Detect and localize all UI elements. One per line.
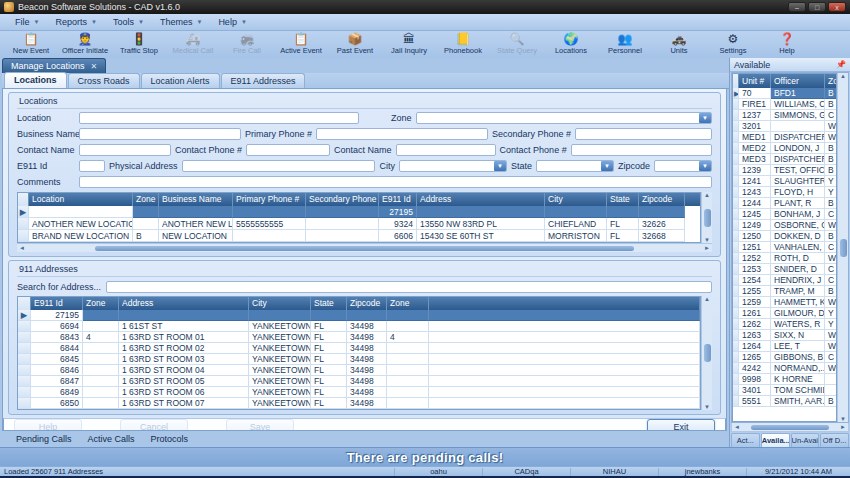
column-header[interactable]: Unit # [739, 74, 771, 88]
table-cell[interactable]: TOM SCHMIDT [771, 385, 825, 396]
table-cell[interactable]: GIBBONS, B [771, 352, 825, 363]
table-cell[interactable] [387, 398, 429, 409]
table-cell[interactable]: 9324 [379, 218, 417, 230]
available-grid-vscrollbar[interactable]: ▲▼ [837, 73, 848, 422]
table-cell[interactable]: 1237 [739, 110, 771, 121]
table-cell[interactable]: BFD1 [771, 88, 825, 99]
chevron-down-icon[interactable]: ▼ [699, 113, 711, 123]
table-cell[interactable]: FL [607, 218, 639, 230]
table-cell[interactable] [825, 385, 837, 396]
table-row[interactable]: 1241SLAUGHTER, MY [733, 176, 836, 187]
table-cell[interactable]: 1255 [739, 286, 771, 297]
table-cell[interactable]: 34498 [347, 332, 387, 343]
table-cell[interactable]: SIMMONS, G [771, 110, 825, 121]
table-row[interactable]: MED2LONDON, JB [733, 143, 836, 154]
table-row[interactable]: 1250DOKKEN, DB [733, 231, 836, 242]
column-header[interactable]: Zone [825, 74, 837, 88]
table-cell[interactable] [83, 376, 119, 387]
table-cell[interactable]: FL [311, 321, 347, 332]
pin-icon[interactable]: 📌 [836, 60, 846, 69]
column-header[interactable]: City [249, 297, 311, 310]
table-cell[interactable]: 34498 [347, 387, 387, 398]
table-cell[interactable] [29, 206, 133, 218]
table-row[interactable]: MED3DISPATCHER3B [733, 154, 836, 165]
table-cell[interactable]: C [825, 110, 837, 121]
table-cell[interactable]: 6850 [31, 398, 83, 409]
table-cell[interactable]: B [133, 230, 159, 242]
table-cell[interactable]: 1241 [739, 176, 771, 187]
table-cell[interactable]: LEE, T [771, 341, 825, 352]
table-cell[interactable]: 13550 NW 83RD PL [417, 218, 545, 230]
table-cell[interactable]: B [825, 88, 837, 99]
menu-item-help[interactable]: Help▼ [211, 16, 253, 28]
table-row[interactable]: ANOTHER NEW LOCATIONANOTHER NEW LOCATI..… [18, 218, 700, 230]
locations-grid-vscrollbar[interactable]: ▲▼ [701, 192, 712, 243]
scroll-down-icon[interactable]: ▼ [704, 237, 710, 243]
table-cell[interactable] [639, 206, 685, 218]
physical-address-input[interactable] [182, 160, 376, 172]
table-cell[interactable] [417, 206, 545, 218]
officer-initiate-button[interactable]: 👮Officer Initiate [58, 31, 112, 55]
menu-item-themes[interactable]: Themes▼ [153, 16, 209, 28]
table-cell[interactable]: 32626 [639, 218, 685, 230]
column-header[interactable]: City [545, 193, 607, 206]
contact-name2-input[interactable] [396, 144, 496, 156]
column-header[interactable]: State [607, 193, 639, 206]
unit-status-tab-1[interactable]: Availa... [761, 433, 790, 447]
table-cell[interactable] [83, 387, 119, 398]
traffic-stop-button[interactable]: 🚦Traffic Stop [112, 31, 166, 55]
table-row[interactable]: 3401TOM SCHMIDT [733, 385, 836, 396]
table-cell[interactable] [825, 374, 837, 385]
table-row[interactable]: 1237SIMMONS, GC [733, 110, 836, 121]
table-cell[interactable]: FL [311, 365, 347, 376]
table-row[interactable]: 66941 61ST STYANKEETOWNFL34498 [18, 321, 700, 332]
table-cell[interactable]: Y [825, 308, 837, 319]
table-row[interactable]: 68461 63RD ST ROOM 04YANKEETOWNFL34498 [18, 365, 700, 376]
table-cell[interactable]: YANKEETOWN [249, 365, 311, 376]
column-header[interactable]: Zone [387, 297, 429, 310]
table-cell[interactable]: W [825, 363, 837, 374]
table-cell[interactable] [387, 387, 429, 398]
table-cell[interactable]: 1 63RD ST ROOM 04 [119, 365, 249, 376]
table-cell[interactable]: 1259 [739, 297, 771, 308]
scroll-down-icon[interactable]: ▼ [840, 416, 846, 422]
table-cell[interactable]: 34498 [347, 321, 387, 332]
menu-item-file[interactable]: File▼ [8, 16, 46, 28]
table-cell[interactable]: 1261 [739, 308, 771, 319]
table-row[interactable]: 1253SNIDER, DC [733, 264, 836, 275]
table-cell[interactable]: W [825, 253, 837, 264]
table-cell[interactable]: YANKEETOWN [249, 332, 311, 343]
help-button[interactable]: ❓Help [760, 31, 814, 55]
table-cell[interactable]: FIRE1 [739, 99, 771, 110]
contact-phone2-input[interactable] [571, 144, 712, 156]
table-cell[interactable] [387, 343, 429, 354]
table-cell[interactable] [387, 365, 429, 376]
table-cell[interactable] [545, 206, 607, 218]
table-cell[interactable]: VANHALEN, E [771, 242, 825, 253]
secondary-phone-input[interactable] [575, 128, 712, 140]
table-cell[interactable] [607, 206, 639, 218]
table-cell[interactable]: C [825, 209, 837, 220]
table-cell[interactable]: LONDON, J [771, 143, 825, 154]
table-cell[interactable] [306, 230, 379, 242]
table-cell[interactable] [119, 310, 249, 321]
table-cell[interactable]: 1253 [739, 264, 771, 275]
cancel-button[interactable]: Cancel [120, 419, 188, 431]
table-cell[interactable]: 1 63RD ST ROOM 07 [119, 398, 249, 409]
table-cell[interactable]: PLANT, R [771, 198, 825, 209]
primary-phone-input[interactable] [316, 128, 488, 140]
table-row[interactable]: 1243FLOYD, HY [733, 187, 836, 198]
jail-inquiry-button[interactable]: 🏛Jail Inquiry [382, 31, 436, 55]
table-cell[interactable]: FL [607, 230, 639, 242]
exit-button[interactable]: Exit [647, 419, 715, 431]
scroll-up-icon[interactable]: ▲ [840, 73, 846, 79]
table-cell[interactable]: 3401 [739, 385, 771, 396]
table-row[interactable]: 9998K HORNE [733, 374, 836, 385]
table-cell[interactable]: 6694 [31, 321, 83, 332]
table-cell[interactable]: HENDRIX, J [771, 275, 825, 286]
column-header[interactable]: State [311, 297, 347, 310]
table-cell[interactable]: 6845 [31, 354, 83, 365]
city-combo[interactable]: ▼ [399, 160, 507, 172]
table-cell[interactable]: YANKEETOWN [249, 321, 311, 332]
maximize-button[interactable]: □ [808, 2, 826, 12]
